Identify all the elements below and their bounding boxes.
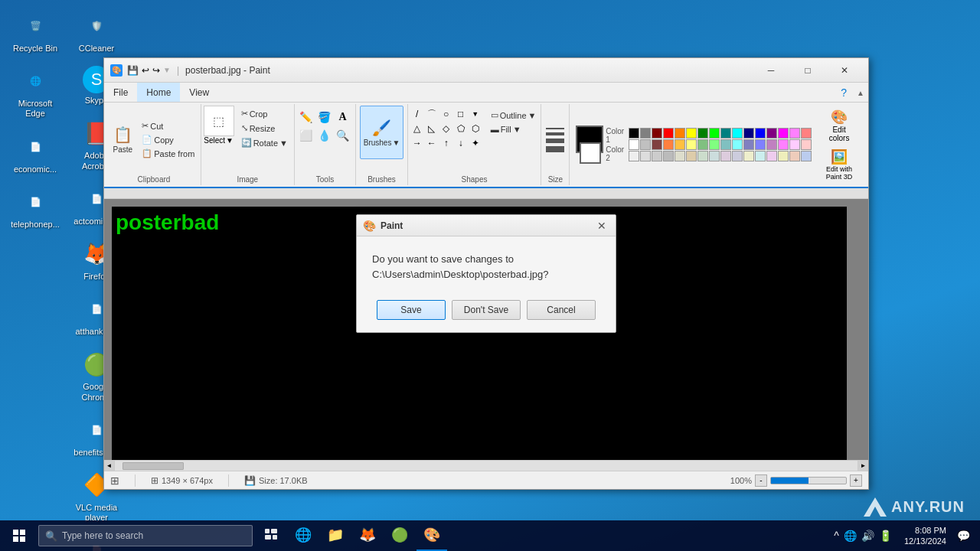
dialog-message-line2: C:\Users\admin\Desktop\posterbad.jpg? bbox=[372, 269, 549, 280]
anyrun-watermark: ANY.RUN bbox=[864, 497, 965, 517]
desktop: 🗑️ Recycle Bin 🌐 Microsoft Edge 📄 econom… bbox=[0, 0, 980, 551]
taskbar-chrome-icon[interactable]: 🟢 bbox=[384, 520, 415, 551]
desktop-icon-economic-doc[interactable]: 📄 economic... bbox=[8, 129, 63, 178]
notification-button[interactable]: 💬 bbox=[952, 525, 974, 546]
system-tray: ^ 🌐 🔊 🔋 bbox=[828, 530, 898, 542]
svg-rect-3 bbox=[13, 536, 18, 542]
battery-icon[interactable]: 🔋 bbox=[879, 530, 892, 542]
dialog-title: Paint bbox=[381, 220, 594, 231]
svg-rect-1 bbox=[13, 530, 18, 535]
svg-rect-6 bbox=[271, 529, 277, 533]
taskbar-paint-icon[interactable]: 🎨 bbox=[416, 520, 447, 551]
start-button[interactable] bbox=[0, 520, 38, 551]
volume-icon[interactable]: 🔊 bbox=[861, 530, 874, 542]
svg-marker-0 bbox=[864, 497, 887, 517]
dialog-buttons: Save Don't Save Cancel bbox=[357, 294, 616, 332]
dialog-close-button[interactable]: ✕ bbox=[594, 218, 609, 233]
svg-rect-5 bbox=[265, 529, 270, 533]
search-bar[interactable]: 🔍 Type here to search bbox=[38, 525, 253, 546]
taskbar-firefox-icon[interactable]: 🦊 bbox=[352, 520, 383, 551]
svg-rect-4 bbox=[20, 536, 25, 542]
search-icon: 🔍 bbox=[45, 530, 57, 542]
dialog-title-bar: 🎨 Paint ✕ bbox=[357, 215, 616, 236]
dialog-message-line1: Do you want to save changes to bbox=[372, 253, 514, 265]
taskbar-explorer-icon[interactable]: 📁 bbox=[320, 520, 351, 551]
clock[interactable]: 8:08 PM 12/13/2024 bbox=[900, 525, 951, 547]
svg-rect-2 bbox=[20, 530, 25, 535]
dont-save-button[interactable]: Don't Save bbox=[452, 300, 521, 320]
show-hidden-icon[interactable]: ^ bbox=[834, 530, 839, 542]
taskbar: 🔍 Type here to search 🌐 📁 🦊 🟢 🎨 ^ 🌐 bbox=[0, 520, 980, 551]
task-view-button[interactable] bbox=[256, 520, 286, 551]
desktop-icons: 🗑️ Recycle Bin 🌐 Microsoft Edge 📄 econom… bbox=[8, 8, 63, 233]
cancel-button[interactable]: Cancel bbox=[527, 300, 596, 320]
save-dialog: 🎨 Paint ✕ Do you want to save changes to… bbox=[356, 214, 616, 333]
taskbar-right: ^ 🌐 🔊 🔋 8:08 PM 12/13/2024 💬 bbox=[828, 525, 980, 547]
svg-rect-8 bbox=[273, 535, 277, 540]
taskbar-icons: 🌐 📁 🦊 🟢 🎨 bbox=[253, 520, 450, 551]
taskbar-edge-icon[interactable]: 🌐 bbox=[288, 520, 318, 551]
svg-rect-7 bbox=[265, 535, 271, 540]
save-button[interactable]: Save bbox=[377, 300, 446, 320]
network-icon[interactable]: 🌐 bbox=[844, 530, 857, 542]
dialog-body: Do you want to save changes to C:\Users\… bbox=[357, 236, 616, 294]
paint-window: 🎨 💾 ↩ ↪ ▼ | posterbad.jpg - Paint ─ □ ✕ … bbox=[103, 57, 869, 490]
desktop-icon-ccleaner[interactable]: 🛡️ CCleaner bbox=[69, 8, 124, 57]
desktop-icon-recycle-bin[interactable]: 🗑️ Recycle Bin bbox=[8, 8, 63, 57]
desktop-icon-microsoft-edge[interactable]: 🌐 Microsoft Edge bbox=[8, 63, 63, 122]
clock-time: 8:08 PM bbox=[904, 525, 946, 536]
search-placeholder: Type here to search bbox=[62, 530, 143, 541]
desktop-icon-telephone-doc[interactable]: 📄 telephonep... bbox=[8, 184, 63, 233]
clock-date: 12/13/2024 bbox=[904, 536, 946, 546]
dialog-app-icon: 🎨 bbox=[363, 220, 376, 232]
watermark-text: ANY.RUN bbox=[891, 498, 965, 516]
dialog-overlay: 🎨 Paint ✕ Do you want to save changes to… bbox=[104, 58, 868, 489]
